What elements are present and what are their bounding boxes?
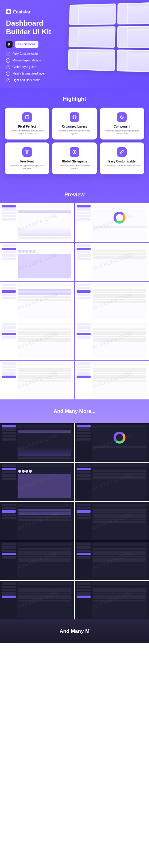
- preview-shot: AVAXGFX.COM: [75, 361, 149, 399]
- card-desc: 100% easy to change and customisable: [103, 164, 141, 167]
- card-desc: Made with supporting components to make …: [103, 129, 141, 135]
- preview-shot-dark: AVAXGFX.COM: [75, 463, 149, 501]
- check-icon: [6, 65, 10, 69]
- preview-shot: AVAXGFX.COM: [75, 243, 149, 281]
- preview-shot-dark: AVAXGFX.COM: [0, 541, 74, 580]
- highlight-card: Organized Layers Our file is neat, group…: [52, 107, 96, 140]
- preview-section: Preview AVAXGFX.COM AVAXGFX.COM AVAXGFX.…: [0, 183, 149, 399]
- many-more-section: And Many More...: [0, 399, 149, 423]
- card-title: Organized Layers: [55, 125, 94, 128]
- preview-shot: AVAXGFX.COM: [75, 203, 149, 242]
- screens-badge: 60+ Screens: [15, 41, 38, 48]
- check-icon: [6, 71, 10, 76]
- preview-shot: AVAXGFX.COM: [0, 361, 74, 399]
- card-title: Free Font: [8, 160, 46, 163]
- preview-shot: AVAXGFX.COM: [0, 243, 74, 281]
- preview-grid-dark: AVAXGFX.COM AVAXGFX.COM AVAXGFX.COM AVAX…: [0, 423, 149, 619]
- preview-shot-dark: AVAXGFX.COM: [0, 463, 74, 501]
- svg-point-1: [74, 151, 75, 153]
- many-more-heading: And Many More...: [0, 408, 149, 414]
- preview-shot-dark: AVAXGFX.COM: [0, 581, 74, 619]
- preview-shot: AVAXGFX.COM: [0, 321, 74, 360]
- layers-icon: [70, 113, 79, 122]
- preview-shot-dark: AVAXGFX.COM: [75, 502, 149, 541]
- preview-heading: Preview: [0, 183, 149, 203]
- highlight-cards: Pixel Perfect Distance and metrics using…: [0, 107, 149, 175]
- font-icon: [22, 147, 32, 157]
- highlight-card: Global Styleguide Consistent design with…: [52, 143, 96, 175]
- card-title: Global Styleguide: [55, 160, 94, 163]
- card-desc: Consistent design with global style guid…: [55, 164, 94, 169]
- card-desc: Our file is neat, grouped and well organ…: [55, 129, 94, 135]
- preview-shot: AVAXGFX.COM: [75, 321, 149, 360]
- check-icon: [6, 58, 10, 63]
- customize-icon: [117, 147, 127, 157]
- preview-section-dark: AVAXGFX.COM AVAXGFX.COM AVAXGFX.COM AVAX…: [0, 423, 149, 619]
- highlight-card: Free Font Free amazing typeface google, …: [5, 143, 49, 175]
- preview-shot-dark: AVAXGFX.COM: [75, 581, 149, 619]
- many-more-dark-heading: And Many M: [0, 628, 149, 634]
- preview-shot-dark: AVAXGFX.COM: [0, 423, 74, 462]
- card-title: Component: [103, 125, 141, 128]
- brand-logo-icon: [6, 9, 11, 14]
- component-icon: [117, 113, 127, 122]
- hero-mockups: [68, 2, 149, 73]
- pixel-perfect-icon: [22, 113, 32, 122]
- preview-shot-dark: AVAXGFX.COM: [75, 541, 149, 580]
- highlight-card: Easy Customizable 100% easy to change an…: [100, 143, 144, 175]
- highlight-section: Highlight Pixel Perfect Distance and met…: [0, 88, 149, 183]
- highlight-card: Pixel Perfect Distance and metrics using…: [5, 107, 49, 140]
- feature-item: Neatly & organized layer: [6, 71, 143, 76]
- card-title: Pixel Perfect: [8, 125, 46, 128]
- check-icon: [6, 52, 10, 56]
- feature-item: Light And Dark Mode: [6, 78, 143, 82]
- highlight-heading: Highlight: [0, 88, 149, 107]
- many-more-dark-section: And Many M: [0, 619, 149, 643]
- preview-shot: AVAXGFX.COM: [0, 203, 74, 242]
- svg-point-2: [73, 150, 76, 154]
- preview-shot-dark: AVAXGFX.COM: [0, 502, 74, 541]
- svg-rect-0: [25, 115, 29, 119]
- preview-shot: AVAXGFX.COM: [75, 282, 149, 321]
- figma-badge-icon: F: [6, 41, 12, 48]
- preview-shot-dark: AVAXGFX.COM: [75, 423, 149, 462]
- preview-grid-light: AVAXGFX.COM AVAXGFX.COM AVAXGFX.COM AVAX…: [0, 203, 149, 399]
- highlight-card: Component Made with supporting component…: [100, 107, 144, 140]
- preview-shot: AVAXGFX.COM: [0, 282, 74, 321]
- card-title: Easy Customizable: [103, 160, 141, 163]
- styleguide-icon: [70, 147, 79, 157]
- check-icon: [6, 78, 10, 82]
- brand-name: Easistar: [13, 9, 30, 14]
- card-desc: Free amazing typeface google, Font aweso…: [8, 164, 46, 169]
- card-desc: Distance and metrics using an even multi…: [8, 129, 46, 135]
- hero-section: Easistar DashboardBuilder UI Kit F 60+ S…: [0, 0, 149, 88]
